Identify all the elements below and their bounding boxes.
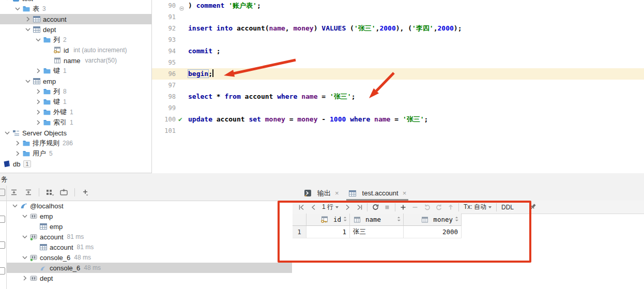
chevron-right-icon[interactable] [13,139,22,147]
db-tree-item-dept[interactable]: dept [0,24,151,35]
db-tree-item-表[interactable]: 表3 [0,4,151,14]
row-number-cell[interactable]: 1 [293,226,306,238]
chevron-down-icon[interactable] [3,0,11,3]
clipped-toolbar-icon[interactable] [0,267,5,275]
editor-line-93[interactable]: 93 [152,34,644,45]
editor-line-90[interactable]: 90) comment '账户表'; [152,0,644,11]
db-tree-item-列[interactable]: 列2 [0,35,151,45]
first-row-icon[interactable] [296,202,307,212]
chevron-down-icon[interactable] [24,25,32,34]
stop-icon[interactable] [381,202,393,212]
fold-marker-icon[interactable] [179,3,184,8]
expand-all-icon[interactable] [8,187,20,197]
chevron-right-icon[interactable] [24,15,32,23]
tx-mode-selector[interactable]: Tx: 自动 [461,203,494,211]
services-tree-item-emp[interactable]: emp [7,211,292,221]
db-tree-item-排序规则[interactable]: 排序规则286 [0,138,151,148]
add-icon[interactable] [80,187,91,197]
toolbar-separator [458,203,459,211]
tab-test.account[interactable]: test.account× [344,186,411,201]
previous-page-icon[interactable] [308,202,319,212]
services-tree-item-console_6[interactable]: console_648 ms [7,263,292,273]
db-tree-item-db[interactable]: db1 [0,159,151,169]
chevron-down-icon[interactable] [21,212,29,220]
cell-money[interactable]: 2000 [404,226,462,238]
services-tree-item-dept[interactable]: dept [7,273,292,283]
chevron-right-icon[interactable] [34,87,42,96]
services-tree-item-console_6[interactable]: console_648 ms [7,252,292,263]
sort-icon[interactable] [343,216,347,223]
sql-editor[interactable]: 90) comment '账户表';9192insert into accoun… [152,0,644,173]
group-by-icon[interactable] [44,187,55,197]
db-tree-item-account[interactable]: account [0,14,151,24]
add-row-icon[interactable] [397,202,409,212]
page-size-selector[interactable]: 1 行 [319,203,341,211]
chevron-right-icon[interactable] [21,274,29,282]
db-tree-item-列[interactable]: 列8 [0,86,151,97]
db-tree-item-Server Objects[interactable]: Server Objects [0,128,151,138]
db-tree-item-键[interactable]: 键1 [0,97,151,107]
ddl-button[interactable]: DDL [499,204,516,211]
tab-输出[interactable]: 输出× [299,186,344,201]
chevron-down-icon[interactable] [3,129,11,137]
collapse-all-icon[interactable] [23,187,34,197]
column-name: id [333,216,341,223]
sort-icon[interactable] [397,216,401,223]
editor-line-101[interactable]: 101 [152,125,644,136]
services-tree-item-@localhost[interactable]: @localhost [7,201,292,211]
clipped-toolbar-icon[interactable] [0,216,5,223]
new-frame-icon[interactable] [58,187,70,197]
close-tab-icon[interactable]: × [403,189,407,197]
next-page-icon[interactable] [342,202,353,212]
redo-icon[interactable] [433,202,444,212]
clipped-toolbar-icon[interactable] [0,241,5,249]
column-header-name[interactable]: name [350,214,404,226]
chevron-down-icon[interactable] [13,5,22,13]
chevron-right-icon[interactable] [34,67,42,75]
editor-line-94[interactable]: 94commit ; [152,45,644,57]
column-header-money[interactable]: money [404,214,462,226]
pin-icon[interactable] [527,202,539,212]
close-tab-icon[interactable]: × [335,189,339,197]
db-tree-item-键[interactable]: 键1 [0,66,151,76]
chevron-right-icon[interactable] [34,108,42,116]
services-tree-item-account[interactable]: account81 ms [7,232,292,242]
chevron-down-icon[interactable] [24,77,32,85]
db-tree-item-id[interactable]: idint (auto increment) [0,45,151,55]
chevron-right-icon[interactable] [34,118,42,127]
chevron-right-icon[interactable] [13,149,22,158]
execution-time: 81 ms [67,233,84,240]
clipped-toolbar-icon[interactable] [0,189,5,196]
editor-line-95[interactable]: 95 [152,57,644,68]
editor-line-91[interactable]: 91 [152,11,644,23]
chevron-right-icon[interactable] [34,98,42,106]
db-tree-item-索引[interactable]: 索引1 [0,117,151,128]
cell-id[interactable]: 1 [306,226,350,238]
services-tree-item-account[interactable]: account81 ms [7,242,292,252]
db-tree-item-用户[interactable]: 用户5 [0,148,151,159]
db-tree-item-test[interactable]: test [0,0,151,4]
last-row-icon[interactable] [354,202,365,212]
column-header-id[interactable]: id [306,214,350,226]
chevron-down-icon[interactable] [21,233,29,241]
editor-line-100[interactable]: 100✔update account set money = money - 1… [152,114,644,125]
cell-name[interactable]: 张三 [350,226,404,238]
db-tree-item-外键[interactable]: 外键1 [0,107,151,117]
editor-line-96[interactable]: 96begin; [152,68,644,80]
chevron-down-icon[interactable] [34,36,42,44]
delete-row-icon[interactable] [409,202,421,212]
database-ide-window: test表3accountdept列2idint (auto increment… [0,0,644,289]
revert-icon[interactable] [421,202,433,212]
editor-line-92[interactable]: 92insert into account(name, money) VALUE… [152,23,644,34]
chevron-down-icon[interactable] [11,202,19,210]
chevron-down-icon[interactable] [21,253,29,262]
sort-icon[interactable] [455,216,458,223]
upload-icon[interactable] [445,202,456,212]
services-tree-item-emp[interactable]: emp [7,221,292,232]
editor-line-97[interactable]: 97 [152,80,644,91]
editor-line-99[interactable]: 99 [152,102,644,114]
editor-line-98[interactable]: 98select * from account where name = '张三… [152,91,644,102]
reload-icon[interactable] [370,202,381,212]
db-tree-item-emp[interactable]: emp [0,76,151,86]
db-tree-item-name[interactable]: namevarchar(50) [0,55,151,66]
